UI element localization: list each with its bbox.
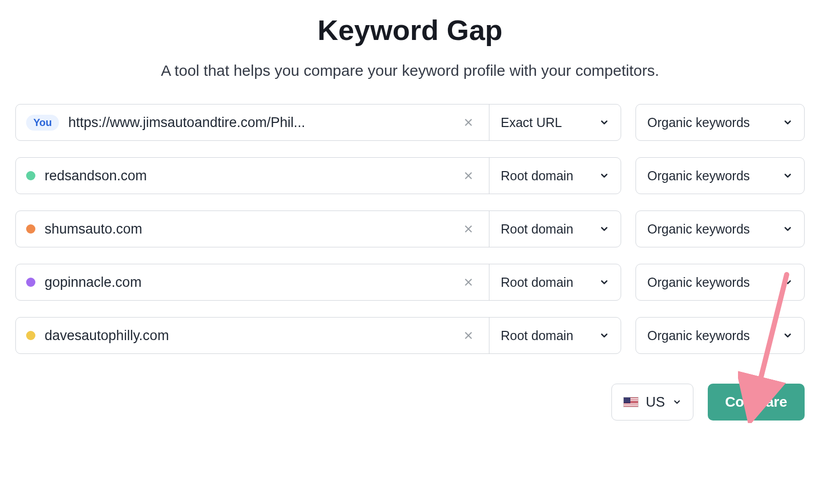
chevron-down-icon: [599, 330, 609, 341]
competitor-color-dot: [26, 331, 35, 340]
competitor-color-dot: [26, 224, 35, 234]
scope-select[interactable]: Root domain: [489, 158, 621, 194]
clear-domain-button[interactable]: [458, 112, 479, 133]
country-label: US: [646, 394, 665, 410]
flag-us-icon: [623, 397, 639, 407]
competitor-color-dot: [26, 171, 35, 180]
keyword-type-label: Organic keywords: [647, 169, 750, 183]
domain-scope-group: Root domain: [15, 211, 621, 247]
scope-label: Root domain: [501, 275, 573, 290]
chevron-down-icon: [599, 117, 609, 128]
competitor-row: Root domainOrganic keywords: [15, 317, 805, 354]
domain-scope-group: Root domain: [15, 317, 621, 354]
scope-label: Root domain: [501, 169, 573, 183]
domain-scope-group: Root domain: [15, 157, 621, 194]
keyword-type-select[interactable]: Organic keywords: [636, 317, 805, 354]
competitor-row: YouExact URLOrganic keywords: [15, 104, 805, 141]
clear-domain-button[interactable]: [458, 219, 479, 239]
keyword-type-label: Organic keywords: [647, 328, 750, 343]
country-select[interactable]: US: [611, 384, 693, 421]
competitor-row: Root domainOrganic keywords: [15, 264, 805, 301]
domain-scope-group: YouExact URL: [15, 104, 621, 141]
keyword-type-label: Organic keywords: [647, 115, 750, 130]
clear-domain-button[interactable]: [458, 325, 479, 346]
close-icon: [463, 170, 474, 181]
scope-label: Root domain: [501, 222, 573, 237]
chevron-down-icon: [599, 277, 609, 287]
scope-select[interactable]: Root domain: [489, 211, 621, 247]
page-title: Keyword Gap: [15, 13, 805, 47]
chevron-down-icon: [599, 224, 609, 234]
you-badge: You: [26, 115, 59, 131]
scope-label: Root domain: [501, 328, 573, 343]
chevron-down-icon: [783, 117, 793, 128]
close-icon: [463, 117, 474, 128]
chevron-down-icon: [783, 277, 793, 287]
chevron-down-icon: [783, 171, 793, 181]
chevron-down-icon: [783, 330, 793, 341]
domain-input[interactable]: [45, 221, 449, 237]
keyword-type-label: Organic keywords: [647, 222, 750, 237]
domain-input[interactable]: [45, 275, 449, 290]
compare-button[interactable]: Compare: [708, 384, 805, 421]
domain-cell: [16, 158, 489, 194]
close-icon: [463, 223, 474, 235]
close-icon: [463, 330, 474, 341]
domain-input[interactable]: [68, 115, 449, 131]
clear-domain-button[interactable]: [458, 272, 479, 292]
competitor-row: Root domainOrganic keywords: [15, 211, 805, 247]
domain-cell: You: [16, 104, 489, 140]
domain-input[interactable]: [45, 328, 449, 344]
scope-select[interactable]: Root domain: [489, 264, 621, 300]
chevron-down-icon: [783, 224, 793, 234]
chevron-down-icon: [599, 171, 609, 181]
scope-select[interactable]: Exact URL: [489, 104, 621, 140]
keyword-type-select[interactable]: Organic keywords: [636, 157, 805, 194]
domain-scope-group: Root domain: [15, 264, 621, 301]
keyword-type-select[interactable]: Organic keywords: [636, 104, 805, 141]
scope-label: Exact URL: [501, 115, 562, 130]
domain-cell: [16, 211, 489, 247]
keyword-type-label: Organic keywords: [647, 275, 750, 290]
keyword-type-select[interactable]: Organic keywords: [636, 211, 805, 247]
competitor-color-dot: [26, 278, 35, 287]
domain-cell: [16, 264, 489, 300]
close-icon: [463, 277, 474, 288]
keyword-type-select[interactable]: Organic keywords: [636, 264, 805, 301]
clear-domain-button[interactable]: [458, 165, 479, 186]
scope-select[interactable]: Root domain: [489, 318, 621, 353]
chevron-down-icon: [672, 397, 682, 407]
domain-cell: [16, 318, 489, 353]
competitor-row: Root domainOrganic keywords: [15, 157, 805, 194]
page-subtitle: A tool that helps you compare your keywo…: [15, 62, 805, 79]
domain-input[interactable]: [45, 168, 449, 184]
